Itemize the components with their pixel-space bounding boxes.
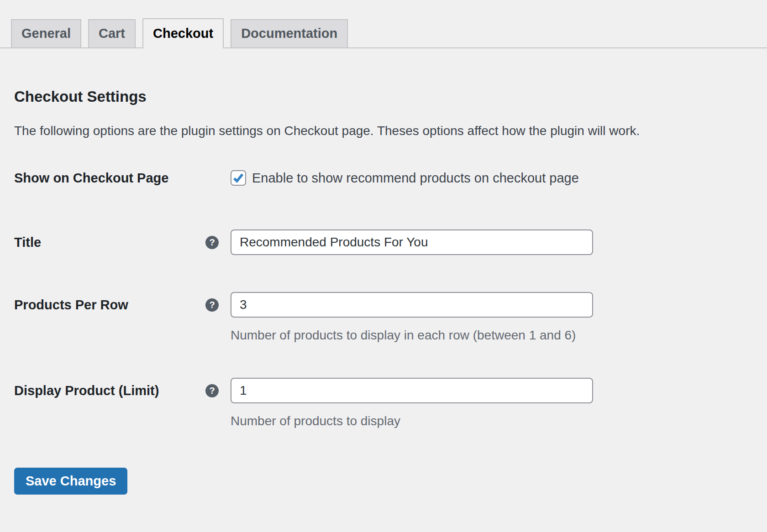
products-per-row-input[interactable] <box>231 292 593 318</box>
page-title: Checkout Settings <box>14 87 767 106</box>
products-per-row-hint: Number of products to display in each ro… <box>231 328 593 343</box>
checkmark-icon <box>232 172 244 184</box>
display-product-limit-hint: Number of products to display <box>231 413 593 429</box>
row-display-product-limit: Display Product (Limit) ? Number of prod… <box>14 378 767 429</box>
help-icon[interactable]: ? <box>205 384 219 397</box>
row-show-on-checkout: Show on Checkout Page Enable to show rec… <box>14 169 767 187</box>
checkout-settings-panel: Checkout Settings The following options … <box>0 87 767 495</box>
help-icon[interactable]: ? <box>205 236 219 249</box>
title-label: Title <box>14 234 205 251</box>
row-title: Title ? <box>14 229 767 255</box>
show-on-checkout-checkbox-label[interactable]: Enable to show recommend products on che… <box>252 169 579 187</box>
tab-general[interactable]: General <box>11 19 81 47</box>
display-product-limit-input[interactable] <box>231 378 593 403</box>
row-products-per-row: Products Per Row ? Number of products to… <box>14 292 767 343</box>
show-on-checkout-label: Show on Checkout Page <box>14 169 205 187</box>
show-on-checkout-checkbox[interactable] <box>231 170 246 186</box>
title-input[interactable] <box>231 229 593 255</box>
settings-tabs: General Cart Checkout Documentation <box>0 0 767 48</box>
page-description: The following options are the plugin set… <box>14 123 767 139</box>
tab-checkout[interactable]: Checkout <box>142 18 224 48</box>
display-product-limit-label: Display Product (Limit) <box>14 382 205 399</box>
help-icon[interactable]: ? <box>205 298 219 312</box>
save-changes-button[interactable]: Save Changes <box>14 468 127 495</box>
products-per-row-label: Products Per Row <box>14 296 205 313</box>
tab-documentation[interactable]: Documentation <box>231 19 348 47</box>
tab-cart[interactable]: Cart <box>88 19 136 47</box>
